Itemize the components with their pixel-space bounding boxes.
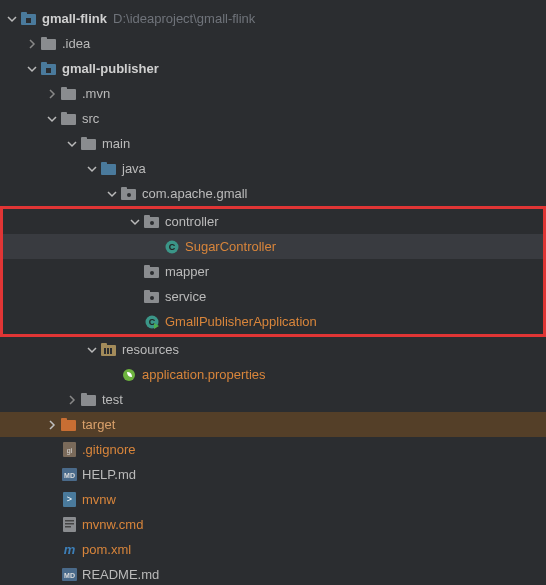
chevron-down-icon[interactable]	[84, 161, 100, 177]
tree-row-idea[interactable]: .idea	[0, 31, 546, 56]
tree-row-package[interactable]: com.apache.gmall	[0, 181, 546, 206]
chevron-right-icon[interactable]	[44, 86, 60, 102]
svg-point-29	[150, 296, 154, 300]
idea-label: .idea	[62, 36, 90, 51]
root-path: D:\ideaproject\gmall-flink	[113, 11, 255, 26]
chevron-down-icon[interactable]	[24, 61, 40, 77]
tree-row-mvnw[interactable]: > mvnw	[0, 487, 546, 512]
app-label: GmallPublisherApplication	[165, 314, 317, 329]
tree-row-mvn[interactable]: .mvn	[0, 81, 546, 106]
tree-row-test[interactable]: test	[0, 387, 546, 412]
svg-rect-42	[61, 418, 67, 422]
package-icon	[143, 214, 161, 230]
tree-row-mvnwcmd[interactable]: mvnw.cmd	[0, 512, 546, 537]
svg-rect-50	[65, 520, 74, 522]
svg-text:gi: gi	[66, 447, 72, 455]
chevron-down-icon[interactable]	[64, 136, 80, 152]
tree-row-main[interactable]: main	[0, 131, 546, 156]
svg-point-18	[127, 193, 131, 197]
folder-icon	[80, 392, 98, 408]
help-label: HELP.md	[82, 467, 136, 482]
pkg-label: com.apache.gmall	[142, 186, 248, 201]
svg-rect-9	[61, 87, 67, 91]
tree-row-controller[interactable]: controller	[3, 209, 543, 234]
readme-label: README.md	[82, 567, 159, 582]
resources-folder-icon	[100, 342, 118, 358]
tree-row-target[interactable]: target	[0, 412, 546, 437]
text-file-icon	[60, 517, 78, 533]
mvnw-label: mvnw	[82, 492, 116, 507]
module-folder-icon	[40, 61, 58, 77]
package-icon	[143, 264, 161, 280]
chevron-down-icon[interactable]	[104, 186, 120, 202]
class-icon: C	[163, 239, 181, 255]
highlight-box: controller C SugarController mapper serv…	[0, 206, 546, 337]
maven-file-icon: m	[60, 542, 78, 558]
appprops-label: application.properties	[142, 367, 266, 382]
tree-row-gitignore[interactable]: gi .gitignore	[0, 437, 546, 462]
chevron-right-icon[interactable]	[64, 392, 80, 408]
tree-row-sugarcontroller[interactable]: C SugarController	[3, 234, 543, 259]
chevron-down-icon[interactable]	[127, 214, 143, 230]
chevron-right-icon[interactable]	[24, 36, 40, 52]
tree-row-root[interactable]: gmall-flink D:\ideaproject\gmall-flink	[0, 6, 546, 31]
tree-row-resources[interactable]: resources	[0, 337, 546, 362]
root-label: gmall-flink	[42, 11, 107, 26]
tree-row-pom[interactable]: m pom.xml	[0, 537, 546, 562]
tree-row-publisher[interactable]: gmall-publisher	[0, 56, 546, 81]
folder-icon	[40, 36, 58, 52]
spring-config-icon	[120, 367, 138, 383]
excluded-folder-icon	[60, 417, 78, 433]
folder-icon	[60, 86, 78, 102]
tree-row-readme[interactable]: MD README.md	[0, 562, 546, 585]
test-label: test	[102, 392, 123, 407]
svg-rect-52	[65, 526, 71, 528]
folder-icon	[80, 136, 98, 152]
svg-point-21	[150, 221, 154, 225]
svg-rect-11	[61, 112, 67, 116]
mvnwcmd-label: mvnw.cmd	[82, 517, 143, 532]
markdown-file-icon: MD	[60, 567, 78, 583]
svg-rect-17	[121, 187, 127, 191]
svg-rect-51	[65, 523, 74, 525]
tree-row-app[interactable]: C GmallPublisherApplication	[3, 309, 543, 334]
svg-text:>: >	[66, 494, 71, 504]
svg-rect-6	[41, 62, 47, 66]
svg-rect-25	[144, 265, 150, 269]
svg-point-26	[150, 271, 154, 275]
gitignore-file-icon: gi	[60, 442, 78, 458]
sugar-label: SugarController	[185, 239, 276, 254]
controller-label: controller	[165, 214, 218, 229]
publisher-label: gmall-publisher	[62, 61, 159, 76]
chevron-down-icon[interactable]	[44, 111, 60, 127]
class-run-icon: C	[143, 314, 161, 330]
svg-rect-4	[41, 37, 47, 41]
svg-rect-37	[110, 348, 112, 354]
package-icon	[120, 186, 138, 202]
svg-rect-35	[104, 348, 106, 354]
svg-rect-34	[101, 343, 107, 347]
tree-row-java[interactable]: java	[0, 156, 546, 181]
chevron-down-icon[interactable]	[84, 342, 100, 358]
svg-rect-20	[144, 215, 150, 219]
java-label: java	[122, 161, 146, 176]
tree-row-help[interactable]: MD HELP.md	[0, 462, 546, 487]
folder-icon	[60, 111, 78, 127]
project-tree: gmall-flink D:\ideaproject\gmall-flink .…	[0, 0, 546, 585]
tree-row-service[interactable]: service	[3, 284, 543, 309]
src-label: src	[82, 111, 99, 126]
tree-row-src[interactable]: src	[0, 106, 546, 131]
svg-rect-15	[101, 162, 107, 166]
svg-text:m: m	[63, 542, 75, 557]
chevron-right-icon[interactable]	[44, 417, 60, 433]
target-label: target	[82, 417, 115, 432]
chevron-down-icon[interactable]	[4, 11, 20, 27]
svg-rect-1	[21, 12, 27, 16]
svg-rect-28	[144, 290, 150, 294]
pom-label: pom.xml	[82, 542, 131, 557]
svg-rect-2	[26, 18, 31, 23]
svg-rect-36	[107, 348, 109, 354]
tree-row-mapper[interactable]: mapper	[3, 259, 543, 284]
tree-row-appprops[interactable]: application.properties	[0, 362, 546, 387]
mapper-label: mapper	[165, 264, 209, 279]
